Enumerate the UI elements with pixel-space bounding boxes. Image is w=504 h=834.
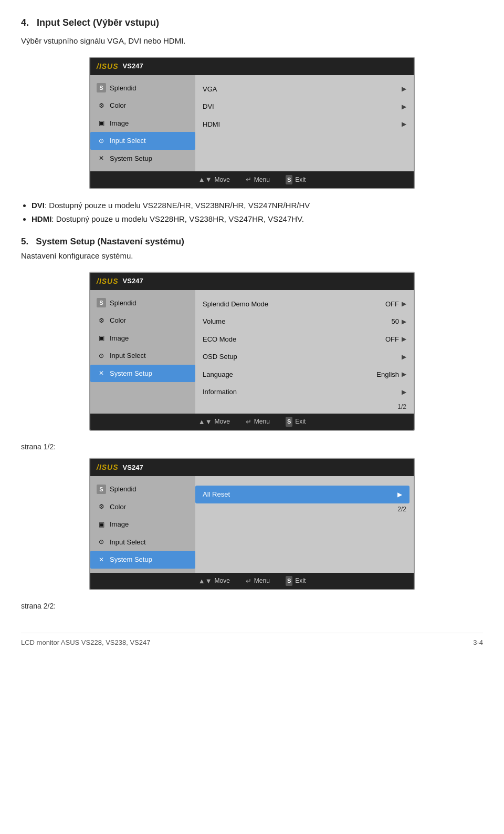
- monitor3-pagenum: 2/2: [195, 503, 414, 516]
- exit-control2: S Exit: [286, 417, 306, 427]
- move-icon2: ▲▼: [198, 417, 212, 427]
- asus-logo2: /ISUS: [97, 276, 119, 287]
- strana2-label: strana 2/2:: [21, 601, 483, 612]
- monitor3-model: VS247: [123, 462, 143, 473]
- all-reset-arrow: ▶: [397, 490, 402, 499]
- menu2-language: Language English ▶: [195, 366, 414, 384]
- menu2-item-image: ▣ Image: [90, 330, 195, 347]
- menu-icon-status3: ↵: [246, 576, 251, 586]
- footer-left: LCD monitor ASUS VS228, VS238, VS247: [21, 637, 150, 648]
- monitor3-frame: /ISUS VS247 S Splendid ⚙ Color ▣ Image ⊙: [89, 458, 415, 590]
- monitor1-frame: /ISUS VS247 S Splendid ⚙ Color ▣ Image ⊙: [89, 57, 415, 189]
- menu-item-image1: ▣ Image: [90, 115, 195, 132]
- image-icon1: ▣: [97, 118, 106, 128]
- menu2-information: Information ▶: [195, 383, 414, 401]
- menu3-item-splendid: S Splendid: [90, 480, 195, 498]
- eco-mode-arrow: ▶: [402, 334, 406, 344]
- menu-icon-status2: ↵: [246, 417, 251, 427]
- monitor1-menu-right: VGA ▶ DVI ▶ HDMI ▶: [195, 75, 414, 172]
- exit-s-icon3: S: [286, 576, 292, 586]
- move-icon3: ▲▼: [198, 576, 212, 586]
- footer-right: 3-4: [473, 637, 483, 648]
- strana1-label: strana 1/2:: [21, 441, 483, 452]
- move-control2: ▲▼ Move: [198, 417, 230, 427]
- system-icon2: ✕: [97, 368, 106, 378]
- asus-logo1: /ISUS: [97, 61, 119, 72]
- monitor3-menu-right: All Reset ▶ 2/2: [195, 476, 414, 573]
- splendid-icon2: S: [97, 298, 106, 307]
- section4-subtitle: Výběr vstupního signálu VGA, DVI nebo HD…: [21, 35, 483, 47]
- footer: LCD monitor ASUS VS228, VS238, VS247 3-4: [21, 633, 483, 648]
- dvi-arrow: ▶: [402, 102, 406, 111]
- menu2-osd-setup: OSD Setup ▶: [195, 348, 414, 366]
- menu-item-system1: ✕ System Setup: [90, 150, 195, 168]
- menu2-item-system: ✕ System Setup: [90, 365, 195, 383]
- bullet-hdmi: HDMI: Dostupný pouze u modelu VS228HR, V…: [32, 213, 483, 225]
- section5-heading: 5. System Setup (Nastavení systému): [21, 235, 483, 249]
- monitor2-model: VS247: [123, 276, 143, 286]
- menu3-all-reset: All Reset ▶: [195, 486, 410, 503]
- menu-item-color1: ⚙ Color: [90, 97, 195, 115]
- section4-bullets: DVI: Dostupný pouze u modelu VS228NE/HR,…: [32, 200, 483, 225]
- color-icon3: ⚙: [97, 502, 106, 511]
- menu-control2: ↵ Menu: [246, 417, 270, 427]
- menu2-item-color: ⚙ Color: [90, 312, 195, 330]
- menu3-item-system: ✕ System Setup: [90, 551, 195, 569]
- asus-logo3: /ISUS: [97, 462, 119, 473]
- input-icon2: ⊙: [97, 351, 106, 361]
- menu2-item-input: ⊙ Input Select: [90, 347, 195, 365]
- monitor2-menu-left: S Splendid ⚙ Color ▣ Image ⊙ Input Selec…: [90, 290, 195, 414]
- osd-arrow: ▶: [402, 352, 406, 362]
- menu2-item-splendid: S Splendid: [90, 294, 195, 312]
- move-control1: ▲▼ Move: [198, 174, 230, 185]
- system-icon1: ✕: [97, 153, 106, 163]
- monitor2-menu-right: Splendid Demo Mode OFF ▶ Volume 50 ▶ ECO…: [195, 290, 414, 414]
- section4: 4. Input Select (Výběr vstupu) Výběr vst…: [21, 16, 483, 225]
- section4-heading: 4. Input Select (Výběr vstupu): [21, 16, 483, 30]
- monitor2-statusbar: ▲▼ Move ↵ Menu S Exit: [90, 414, 414, 430]
- menu3-item-input: ⊙ Input Select: [90, 533, 195, 551]
- monitor1-titlebar: /ISUS VS247: [90, 58, 414, 75]
- menu-right-vga: VGA ▶: [195, 80, 414, 98]
- exit-s-icon1: S: [286, 175, 292, 185]
- menu3-item-color: ⚙ Color: [90, 498, 195, 516]
- information-arrow: ▶: [402, 387, 406, 397]
- input-icon3: ⊙: [97, 537, 106, 547]
- system-icon3: ✕: [97, 555, 106, 564]
- move-control3: ▲▼ Move: [198, 576, 230, 586]
- monitor2-frame: /ISUS VS247 S Splendid ⚙ Color ▣ Image ⊙: [89, 272, 415, 431]
- image-icon3: ▣: [97, 520, 106, 529]
- monitor3-titlebar: /ISUS VS247: [90, 459, 414, 476]
- monitor2-pagenum: 1/2: [195, 401, 414, 414]
- input-icon1: ⊙: [97, 136, 106, 146]
- menu-icon-status1: ↵: [246, 174, 251, 185]
- exit-s-icon2: S: [286, 417, 292, 427]
- menu-item-input1: ⊙ Input Select: [90, 132, 195, 150]
- color-icon1: ⚙: [97, 101, 106, 110]
- monitor3-menu-left: S Splendid ⚙ Color ▣ Image ⊙ Input Selec…: [90, 476, 195, 573]
- image-icon2: ▣: [97, 333, 106, 343]
- section5: 5. System Setup (Nastavení systému) Nast…: [21, 235, 483, 612]
- menu-item-splendid1: S Splendid: [90, 79, 195, 97]
- hdmi-arrow: ▶: [402, 119, 406, 129]
- splendid-icon1: S: [97, 83, 106, 92]
- monitor1-statusbar: ▲▼ Move ↵ Menu S Exit: [90, 171, 414, 188]
- splendid-icon3: S: [97, 485, 106, 494]
- monitor1-body: S Splendid ⚙ Color ▣ Image ⊙ Input Selec…: [90, 75, 414, 172]
- bullet-dvi: DVI: Dostupný pouze u modelu VS228NE/HR,…: [32, 200, 483, 212]
- color-icon2: ⚙: [97, 316, 106, 325]
- move-icon1: ▲▼: [198, 174, 212, 185]
- vga-arrow: ▶: [402, 84, 406, 94]
- splendid-demo-arrow: ▶: [402, 299, 406, 308]
- exit-control3: S Exit: [286, 576, 306, 586]
- menu-right-hdmi: HDMI ▶: [195, 116, 414, 133]
- menu3-item-image: ▣ Image: [90, 516, 195, 533]
- language-arrow: ▶: [402, 369, 406, 379]
- volume-arrow: ▶: [402, 317, 406, 326]
- monitor1-model: VS247: [123, 61, 143, 71]
- menu-control3: ↵ Menu: [246, 576, 270, 586]
- monitor2-titlebar: /ISUS VS247: [90, 273, 414, 290]
- menu2-splendid-demo: Splendid Demo Mode OFF ▶: [195, 295, 414, 313]
- monitor3-body: S Splendid ⚙ Color ▣ Image ⊙ Input Selec…: [90, 476, 414, 573]
- menu-control1: ↵ Menu: [246, 174, 270, 185]
